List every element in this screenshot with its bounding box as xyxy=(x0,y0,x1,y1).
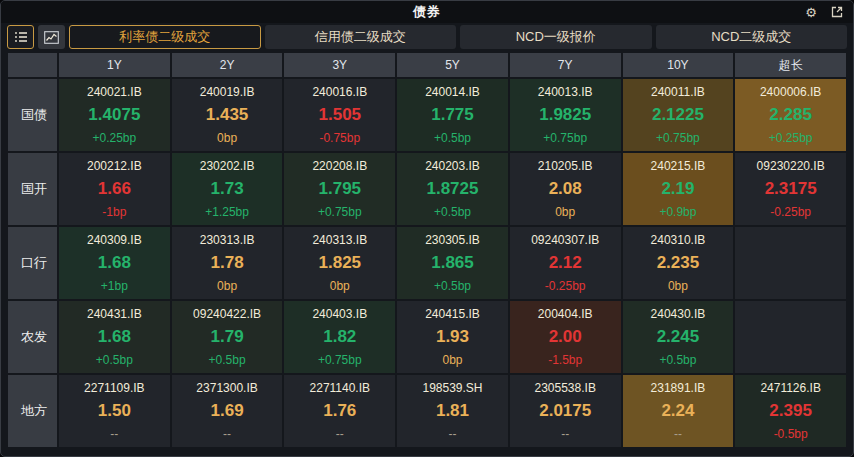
bond-rate: 2.12 xyxy=(549,253,582,273)
quote-cell[interactable]: 210205.IB 2.08 0bp xyxy=(510,153,621,225)
quote-cell[interactable]: 240016.IB 1.505 -0.75bp xyxy=(284,79,395,151)
quote-cell[interactable]: 240415.IB 1.93 0bp xyxy=(397,301,508,373)
bond-code: 200212.IB xyxy=(87,159,142,173)
quote-cell[interactable]: 240309.IB 1.68 +1bp xyxy=(59,227,170,299)
bond-code: 240011.IB xyxy=(651,85,705,99)
bond-change: 0bp xyxy=(217,131,237,145)
row-label-口行: 口行 xyxy=(8,227,57,299)
page-title: 债券 xyxy=(413,3,441,21)
quote-cell[interactable]: 09240422.IB 1.79 +0.5bp xyxy=(172,301,283,373)
bond-rate: 1.66 xyxy=(98,179,131,199)
bond-change: -0.75bp xyxy=(319,131,360,145)
bond-change: +0.5bp xyxy=(434,131,471,145)
quote-cell[interactable]: 240313.IB 1.825 0bp xyxy=(284,227,395,299)
column-header-3Y: 3Y xyxy=(284,53,395,77)
quote-cell[interactable]: 240013.IB 1.9825 +0.75bp xyxy=(510,79,621,151)
quote-cell[interactable]: 240203.IB 1.8725 +0.5bp xyxy=(397,153,508,225)
bond-change: +1.25bp xyxy=(205,205,249,219)
chart-view-button[interactable] xyxy=(38,25,65,49)
bond-change: +0.75bp xyxy=(318,353,362,367)
bond-code: 240310.IB xyxy=(651,233,706,247)
bond-code: 2371300.IB xyxy=(196,381,257,395)
column-header-超长: 超长 xyxy=(735,53,846,77)
quote-cell[interactable]: 09230220.IB 2.3175 -0.25bp xyxy=(735,153,846,225)
quote-cell[interactable]: 240403.IB 1.82 +0.75bp xyxy=(284,301,395,373)
quote-cell[interactable]: 240431.IB 1.68 +0.5bp xyxy=(59,301,170,373)
bond-rate: 2.00 xyxy=(549,327,582,347)
quote-cell[interactable]: 240021.IB 1.4075 +0.25bp xyxy=(59,79,170,151)
quote-cell[interactable]: 2400006.IB 2.285 +0.25bp xyxy=(735,79,846,151)
tab-3[interactable]: NCD二级成交 xyxy=(656,25,848,49)
bond-change: -- xyxy=(336,427,344,441)
quote-cell[interactable]: 220208.IB 1.795 +0.75bp xyxy=(284,153,395,225)
bond-quote-widget: 债券 ⚙ xyxy=(0,0,854,457)
quote-cell[interactable]: 240215.IB 2.19 +0.9bp xyxy=(623,153,734,225)
quote-cell[interactable]: 230305.IB 1.865 +0.5bp xyxy=(397,227,508,299)
column-header-10Y: 10Y xyxy=(623,53,734,77)
bond-code: 240415.IB xyxy=(425,307,480,321)
column-header-5Y: 5Y xyxy=(397,53,508,77)
quote-cell[interactable]: 240011.IB 2.1225 +0.75bp xyxy=(623,79,734,151)
column-header-7Y: 7Y xyxy=(510,53,621,77)
bond-rate: 1.78 xyxy=(211,253,244,273)
quote-cell[interactable]: 230313.IB 1.78 0bp xyxy=(172,227,283,299)
bond-change: +0.75bp xyxy=(318,205,362,219)
bond-rate: 1.81 xyxy=(436,401,469,421)
bond-code: 240430.IB xyxy=(651,307,706,321)
quote-cell[interactable]: 200404.IB 2.00 -1.5bp xyxy=(510,301,621,373)
quote-cell[interactable]: 231891.IB 2.24 -- xyxy=(623,375,734,447)
quote-cell[interactable]: 09240307.IB 2.12 -0.25bp xyxy=(510,227,621,299)
bond-code: 200404.IB xyxy=(538,307,593,321)
bond-rate: 2.395 xyxy=(769,401,812,421)
bond-rate: 2.24 xyxy=(661,401,694,421)
bond-rate: 1.8725 xyxy=(426,179,478,199)
quote-cell[interactable]: 240430.IB 2.245 +0.5bp xyxy=(623,301,734,373)
quote-cell[interactable]: 240310.IB 2.235 0bp xyxy=(623,227,734,299)
quote-cell[interactable]: 240014.IB 1.775 +0.5bp xyxy=(397,79,508,151)
bond-rate: 1.505 xyxy=(319,105,362,125)
bond-code: 240016.IB xyxy=(312,85,367,99)
quote-cell[interactable]: 200212.IB 1.66 -1bp xyxy=(59,153,170,225)
open-external-icon[interactable] xyxy=(830,5,844,19)
bond-code: 231891.IB xyxy=(651,381,706,395)
bond-change: 0bp xyxy=(217,279,237,293)
list-view-button[interactable] xyxy=(7,25,34,49)
bond-code: 240215.IB xyxy=(651,159,706,173)
title-bar: 债券 ⚙ xyxy=(1,1,853,23)
table-corner-cell xyxy=(8,53,57,77)
quote-cell xyxy=(735,301,846,373)
bond-change: +1bp xyxy=(101,279,128,293)
quote-cell[interactable]: 2305538.IB 2.0175 -- xyxy=(510,375,621,447)
bond-change: +0.5bp xyxy=(659,353,696,367)
quote-cell[interactable]: 2271140.IB 1.76 -- xyxy=(284,375,395,447)
quote-cell[interactable]: 230202.IB 1.73 +1.25bp xyxy=(172,153,283,225)
bond-change: 0bp xyxy=(330,279,350,293)
bond-rate: 1.68 xyxy=(98,327,131,347)
bond-code: 240403.IB xyxy=(312,307,367,321)
settings-gear-icon[interactable]: ⚙ xyxy=(804,5,818,19)
bond-change: -0.25bp xyxy=(770,205,811,219)
bond-code: 2471126.IB xyxy=(760,381,821,395)
bond-code: 09240307.IB xyxy=(531,233,599,247)
bond-rate: 1.4075 xyxy=(88,105,140,125)
quote-cell[interactable]: 2371300.IB 1.69 -- xyxy=(172,375,283,447)
tab-bar: 利率债二级成交信用债二级成交NCD一级报价NCD二级成交 xyxy=(7,25,847,49)
quote-cell[interactable]: 2471126.IB 2.395 -0.5bp xyxy=(735,375,846,447)
bond-rate: 1.865 xyxy=(431,253,474,273)
tab-1[interactable]: 信用债二级成交 xyxy=(265,25,457,49)
quote-cell[interactable]: 240019.IB 1.435 0bp xyxy=(172,79,283,151)
bond-change: +0.9bp xyxy=(659,205,696,219)
quote-cell[interactable]: 198539.SH 1.81 -- xyxy=(397,375,508,447)
bond-code: 2305538.IB xyxy=(535,381,596,395)
bond-change: +0.25bp xyxy=(769,131,813,145)
tab-2[interactable]: NCD一级报价 xyxy=(460,25,652,49)
tab-0[interactable]: 利率债二级成交 xyxy=(69,25,261,49)
quote-cell[interactable]: 2271109.IB 1.50 -- xyxy=(59,375,170,447)
bond-code: 230202.IB xyxy=(200,159,255,173)
bond-code: 240019.IB xyxy=(200,85,255,99)
bond-rate: 1.79 xyxy=(211,327,244,347)
bond-change: +0.5bp xyxy=(434,205,471,219)
bond-rate: 2.245 xyxy=(657,327,700,347)
bond-change: -- xyxy=(561,427,569,441)
bond-change: +0.25bp xyxy=(92,131,136,145)
